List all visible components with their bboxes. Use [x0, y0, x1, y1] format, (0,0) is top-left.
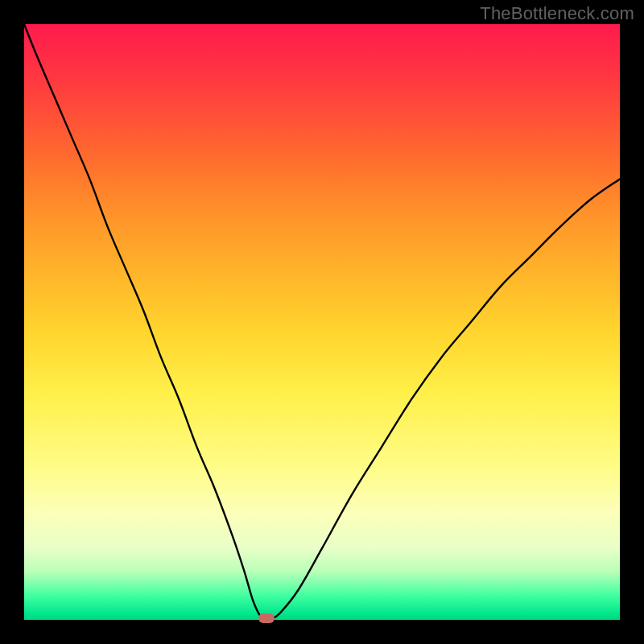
- bottleneck-marker: [258, 613, 275, 623]
- chart-frame: TheBottleneck.com: [0, 0, 644, 644]
- watermark-text: TheBottleneck.com: [480, 3, 634, 24]
- bottleneck-curve: [24, 24, 620, 620]
- plot-area: [24, 24, 620, 620]
